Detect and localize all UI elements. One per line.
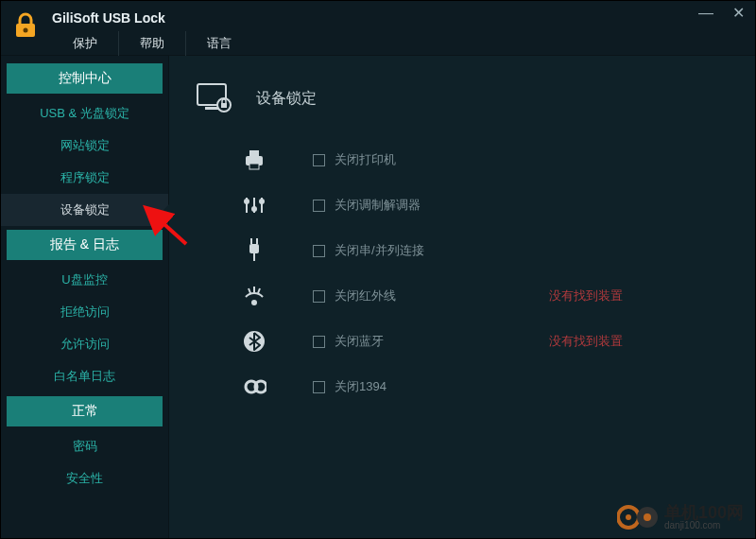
menu-protect[interactable]: 保护 [52, 31, 119, 56]
watermark: 单机100网 danji100.com [617, 504, 744, 530]
checkbox-serial[interactable] [313, 245, 325, 257]
svg-point-14 [259, 199, 265, 204]
svg-rect-8 [249, 164, 259, 169]
option-label: 关闭红外线 [335, 287, 396, 304]
app-title: GiliSoft USB Lock [52, 10, 252, 26]
checkbox-printer[interactable] [313, 154, 325, 166]
option-row-printer: 关闭打印机 [241, 137, 736, 183]
sidebar-item-usb-monitor[interactable]: U盘监控 [1, 264, 168, 296]
svg-point-12 [251, 206, 257, 212]
checkbox-1394[interactable] [313, 381, 325, 393]
firewire-icon [241, 374, 267, 400]
sidebar-item-device-lock[interactable]: 设备锁定 [1, 194, 168, 226]
sidebar-item-program-lock[interactable]: 程序锁定 [1, 162, 168, 194]
menu-language[interactable]: 语言 [186, 31, 252, 56]
modem-icon [241, 192, 267, 218]
sidebar-item-allow-access[interactable]: 允许访问 [1, 328, 168, 360]
sidebar-item-password[interactable]: 密码 [1, 430, 168, 462]
warn-not-found: 没有找到装置 [549, 333, 623, 350]
option-label: 关闭调制解调器 [335, 197, 421, 214]
svg-rect-7 [249, 150, 259, 156]
menubar: 保护 帮助 语言 [52, 31, 252, 56]
checkbox-infrared[interactable] [313, 290, 325, 303]
option-label: 关闭蓝牙 [335, 333, 384, 350]
sidebar-item-deny-access[interactable]: 拒绝访问 [1, 296, 168, 328]
svg-point-26 [626, 514, 631, 520]
warn-not-found: 没有找到装置 [549, 287, 623, 304]
checkbox-modem[interactable] [313, 200, 325, 212]
option-row-infrared: 关闭红外线 没有找到装置 [241, 273, 736, 319]
sidebar-item-whitelist-log[interactable]: 白名单日志 [1, 360, 168, 392]
content-title: 设备锁定 [256, 89, 317, 109]
checkbox-bluetooth[interactable] [313, 336, 325, 348]
svg-point-28 [644, 513, 651, 521]
sidebar-header-normal: 正常 [7, 396, 163, 426]
plug-icon [241, 237, 267, 264]
option-label: 关闭1394 [335, 378, 387, 395]
content-panel: 设备锁定 关闭打印机 关闭调制解调器 [169, 56, 755, 539]
menu-help[interactable]: 帮助 [119, 31, 186, 56]
svg-rect-15 [249, 244, 259, 253]
option-label: 关闭打印机 [335, 151, 396, 168]
bluetooth-icon [241, 328, 267, 355]
option-row-1394: 关闭1394 [241, 364, 736, 409]
sidebar-item-usb-cd-lock[interactable]: USB & 光盘锁定 [1, 97, 168, 130]
sidebar-header-reports: 报告 & 日志 [7, 230, 163, 260]
option-row-bluetooth: 关闭蓝牙 没有找到装置 [241, 319, 736, 364]
sidebar-item-website-lock[interactable]: 网站锁定 [1, 130, 168, 162]
svg-rect-3 [205, 107, 218, 110]
watermark-title: 单机100网 [664, 504, 744, 521]
close-button[interactable]: ✕ [730, 7, 746, 22]
svg-rect-5 [221, 103, 227, 108]
svg-point-10 [244, 199, 249, 204]
svg-line-22 [258, 288, 260, 293]
sidebar-header-control: 控制中心 [7, 63, 163, 94]
svg-point-1 [24, 28, 28, 33]
printer-icon [241, 147, 267, 173]
app-lock-icon [10, 10, 41, 41]
watermark-url: danji100.com [664, 521, 744, 530]
svg-point-19 [251, 300, 257, 305]
minimize-button[interactable]: — [698, 7, 713, 22]
device-lock-icon [196, 82, 235, 114]
svg-line-20 [249, 288, 250, 293]
watermark-logo-icon [617, 504, 659, 530]
sidebar: 控制中心 USB & 光盘锁定 网站锁定 程序锁定 设备锁定 报告 & 日志 U… [1, 56, 169, 539]
option-row-modem: 关闭调制解调器 [241, 183, 736, 228]
option-row-serial: 关闭串/并列连接 [241, 228, 736, 273]
sidebar-item-security[interactable]: 安全性 [1, 462, 168, 495]
option-label: 关闭串/并列连接 [335, 242, 424, 259]
infrared-icon [241, 283, 267, 309]
